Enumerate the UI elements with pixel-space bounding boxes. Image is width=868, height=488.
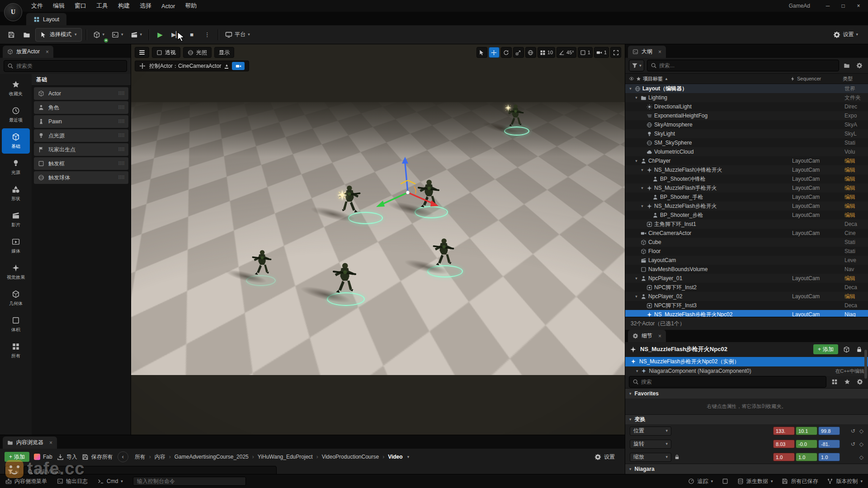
maximize-viewport-button[interactable] <box>610 47 621 58</box>
breadcrumb-YiHuWang_EduProject[interactable]: YiHuWang_EduProject <box>258 454 313 460</box>
statusbar-content-drawer[interactable]: 内容侧滑菜单 <box>5 478 47 485</box>
import-button[interactable]: 导入 <box>57 453 77 461</box>
view-mode-dropdown[interactable]: 透视 <box>152 47 180 58</box>
menu-item-编辑[interactable]: 编辑 <box>48 0 70 12</box>
component-tree-item[interactable]: ▾ NiagaraComponent (NiagaraComponent0) 在… <box>625 366 868 376</box>
statusbar-trace[interactable]: 追踪▾ <box>688 478 713 485</box>
outliner-row[interactable]: NPC脚下环_Inst3Deca <box>625 301 868 310</box>
blueprints-button[interactable]: ▾ <box>109 28 126 42</box>
outliner-row[interactable]: FloorStati <box>625 247 868 256</box>
details-settings-button[interactable] <box>855 379 864 385</box>
cb-search-input[interactable] <box>24 466 277 474</box>
outliner-filter-button[interactable]: ▾ <box>629 60 644 71</box>
niagara-section-header[interactable]: ▾ Niagara <box>625 464 868 474</box>
scale-snap-toggle[interactable]: 1 <box>578 47 593 58</box>
minimize-button[interactable]: ─ <box>821 1 835 11</box>
statusbar-output-log[interactable]: 输出日志 <box>57 478 88 485</box>
outliner-row[interactable]: BP_Shooter冲锋枪LayoutCam编辑 <box>625 174 868 183</box>
details-search-input[interactable] <box>629 376 826 388</box>
display-filter-button[interactable] <box>830 379 839 385</box>
add-component-button[interactable]: + 添加 <box>813 344 838 354</box>
place-category-视觉效果[interactable]: 视觉效果 <box>2 259 30 285</box>
outliner-row[interactable]: ▾Layout（编辑器）世界 <box>625 84 868 93</box>
stop-piloting-icon[interactable]: ▲ <box>225 64 228 69</box>
transform-section-header[interactable]: ▾ 变换 <box>625 414 868 425</box>
outliner-row[interactable]: NPC脚下环_Inst2Deca <box>625 283 868 292</box>
browse-button[interactable] <box>20 28 33 42</box>
rotate-tool[interactable] <box>501 47 512 58</box>
menu-item-文件[interactable]: 文件 <box>26 0 48 12</box>
breadcrumb-GameAdvertisingCourse_2025[interactable]: GameAdvertisingCourse_2025 <box>175 454 249 460</box>
place-item-触发球体[interactable]: 触发球体⠿⠿ <box>34 171 128 184</box>
close-icon[interactable]: × <box>658 49 661 55</box>
rotation-x-field[interactable]: 8.03 <box>773 440 795 448</box>
close-button[interactable]: × <box>852 1 865 11</box>
select-tool[interactable] <box>476 47 487 58</box>
soldier-character[interactable] <box>432 238 455 270</box>
outliner-row[interactable]: BP_Shooter_手枪LayoutCam编辑 <box>625 192 868 202</box>
place-category-收藏夹[interactable]: 收藏夹 <box>2 76 30 101</box>
camera-speed-button[interactable]: 1 <box>594 47 609 58</box>
place-category-形状[interactable]: 形状 <box>2 181 30 206</box>
menu-item-工具[interactable]: 工具 <box>91 0 113 12</box>
menu-item-窗口[interactable]: 窗口 <box>70 0 91 12</box>
outliner-row[interactable]: NavMeshBoundsVolumeNav <box>625 265 868 274</box>
tab-outliner[interactable]: 大纲 × <box>628 46 666 58</box>
skip-frame-button[interactable]: ▶▏ <box>169 28 183 42</box>
place-item-玩家出生点[interactable]: 玩家出生点⠿⠿ <box>34 143 128 156</box>
close-icon[interactable]: × <box>49 440 52 446</box>
outliner-row[interactable]: ExponentialHeightFogExpo <box>625 111 868 120</box>
rotation-y-field[interactable]: -0.0 <box>796 440 817 448</box>
outliner-search-input[interactable] <box>647 60 839 71</box>
outliner-row[interactable]: VolumetricCloudVolu <box>625 147 868 156</box>
path-dropdown-icon[interactable]: ▾ <box>407 455 410 459</box>
outliner-row[interactable]: CineCameraActorLayoutCamCine <box>625 229 868 238</box>
outliner-row[interactable]: ▾ChPlayerLayoutCam编辑 <box>625 156 868 165</box>
statusbar-revision-control[interactable]: 版本控制▾ <box>827 478 863 485</box>
outliner-row[interactable]: ▾NpcPlayer_01LayoutCam编辑 <box>625 274 868 283</box>
maximize-button[interactable]: □ <box>836 1 850 11</box>
pilot-actor-banner[interactable]: 控制Actor：CineCameraActor ▲ <box>135 61 249 71</box>
transform-label-rotation[interactable]: 旋转▾ <box>630 440 671 449</box>
outliner-row[interactable]: ▾NS_MuzzleFlash手枪开火LayoutCam编辑 <box>625 183 868 192</box>
menu-item-选择[interactable]: 选择 <box>135 0 156 12</box>
new-folder-button[interactable] <box>842 62 852 69</box>
statusbar-all-saved[interactable]: 所有已保存 <box>782 478 818 485</box>
statusbar-derived-data[interactable]: 派生数据▾ <box>737 478 773 485</box>
unreal-logo-icon[interactable]: U <box>4 3 22 21</box>
place-item-Pawn[interactable]: Pawn⠿⠿ <box>34 115 128 128</box>
place-category-所有[interactable]: 所有 <box>2 338 30 363</box>
place-category-体积[interactable]: 体积 <box>2 312 30 337</box>
viewport-menu-button[interactable] <box>135 47 149 58</box>
place-category-几何体[interactable]: 几何体 <box>2 286 30 311</box>
outliner-row[interactable]: CubeStati <box>625 238 868 247</box>
add-actor-button[interactable]: + ▾ <box>90 28 108 42</box>
outliner-row[interactable]: ▾NpcPlayer_02LayoutCam编辑 <box>625 292 868 301</box>
cb-filter-button[interactable]: ▾ <box>5 466 20 474</box>
menu-item-Actor[interactable]: Actor <box>156 0 180 12</box>
location-z-field[interactable]: 99.8 <box>818 427 840 435</box>
outliner-row[interactable]: NS_MuzzleFlash步枪开火Npc02LayoutCamNiag <box>625 310 868 317</box>
place-category-媒体[interactable]: 媒体 <box>2 233 30 258</box>
pilot-camera-toggle[interactable] <box>232 62 245 70</box>
outliner-row[interactable]: SM_SkySphereStati <box>625 138 868 147</box>
soldier-character[interactable] <box>332 262 357 298</box>
lit-mode-dropdown[interactable]: 光照 <box>183 47 212 58</box>
place-item-点光源[interactable]: 点光源⠿⠿ <box>34 129 128 142</box>
cb-settings-button[interactable]: 设置 <box>594 453 615 461</box>
scale-x-field[interactable]: 1.0 <box>773 453 795 461</box>
transform-label-scale[interactable]: 缩放▾ <box>630 453 671 462</box>
transform-label-location[interactable]: 位置▾ <box>630 427 671 436</box>
outliner-row[interactable]: SkyLightSkyL <box>625 129 868 138</box>
outliner-row[interactable]: ▾NS_MuzzleFlash步枪开火LayoutCam编辑 <box>625 202 868 211</box>
place-category-影片[interactable]: 影片 <box>2 207 30 232</box>
transform-gizmo[interactable] <box>369 154 446 231</box>
breadcrumb-Video[interactable]: Video <box>388 454 402 460</box>
outliner-row[interactable]: DirectionalLightDirec <box>625 102 868 111</box>
world-space-toggle[interactable] <box>525 47 536 58</box>
platforms-dropdown[interactable]: 平台 ▾ <box>222 28 253 42</box>
cinematics-button[interactable]: ▾ <box>128 28 145 42</box>
rotation-z-field[interactable]: -81. <box>818 440 840 448</box>
move-tool[interactable] <box>489 47 500 58</box>
place-item-Actor[interactable]: Actor⠿⠿ <box>34 87 128 100</box>
